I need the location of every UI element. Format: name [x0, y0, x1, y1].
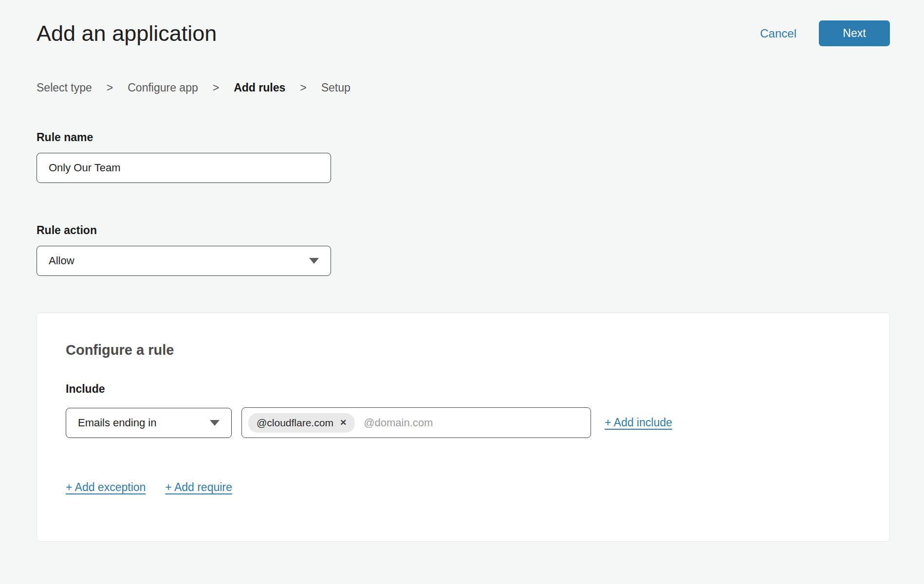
rule-action-select[interactable]: Allow	[37, 246, 331, 276]
breadcrumb-separator: >	[213, 81, 219, 94]
rule-action-value: Allow	[49, 255, 74, 267]
header-actions: Cancel Next	[760, 20, 890, 46]
rule-action-label: Rule action	[37, 224, 890, 237]
email-domain-chip: @cloudflare.com ✕	[248, 413, 355, 433]
cancel-button[interactable]: Cancel	[760, 27, 796, 40]
add-application-page: Add an application Cancel Next Select ty…	[37, 0, 890, 542]
breadcrumb: Select type > Configure app > Add rules …	[37, 81, 890, 94]
breadcrumb-step-configure-app[interactable]: Configure app	[128, 81, 198, 94]
include-rule-row: Emails ending in @cloudflare.com ✕ + Add…	[66, 407, 861, 438]
rule-name-input[interactable]	[37, 153, 331, 183]
add-exception-link[interactable]: + Add exception	[66, 481, 146, 494]
breadcrumb-step-select-type[interactable]: Select type	[37, 81, 92, 94]
top-bar: Add an application Cancel Next	[37, 0, 890, 46]
include-selector-value: Emails ending in	[78, 417, 156, 429]
configure-rule-heading: Configure a rule	[66, 342, 861, 358]
add-require-link[interactable]: + Add require	[165, 481, 232, 494]
page-title: Add an application	[37, 21, 217, 46]
add-include-link[interactable]: + Add include	[605, 416, 672, 429]
remove-chip-icon[interactable]: ✕	[340, 419, 347, 427]
include-selector-select[interactable]: Emails ending in	[66, 408, 232, 438]
breadcrumb-separator: >	[107, 81, 113, 94]
configure-rule-card: Configure a rule Include Emails ending i…	[37, 312, 890, 542]
breadcrumb-step-setup[interactable]: Setup	[321, 81, 351, 94]
domain-text-input[interactable]	[363, 416, 583, 430]
include-label: Include	[66, 383, 861, 396]
chevron-down-icon	[309, 258, 319, 264]
rule-name-label: Rule name	[37, 131, 890, 144]
chip-label: @cloudflare.com	[257, 417, 333, 429]
breadcrumb-separator: >	[300, 81, 306, 94]
rule-name-field: Rule name	[37, 131, 890, 183]
chevron-down-icon	[210, 420, 220, 426]
breadcrumb-step-add-rules[interactable]: Add rules	[234, 81, 285, 94]
next-button[interactable]: Next	[819, 20, 890, 46]
email-domains-input[interactable]: @cloudflare.com ✕	[241, 407, 591, 438]
rule-action-field: Rule action Allow	[37, 224, 890, 276]
extra-rule-links: + Add exception + Add require	[66, 481, 861, 494]
